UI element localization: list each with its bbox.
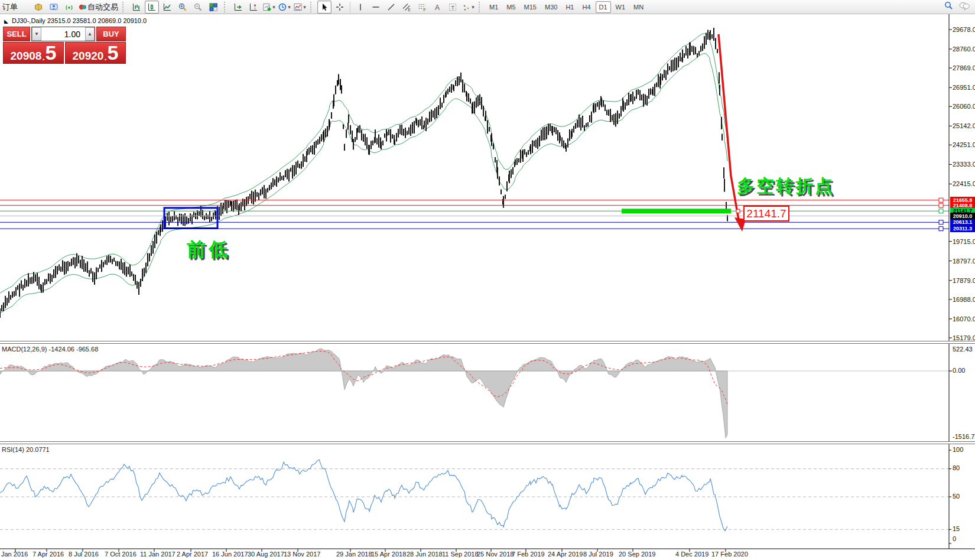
macd-panel-separator[interactable] xyxy=(0,341,975,344)
rsi-axis-label: 100 xyxy=(953,446,963,453)
volume-increase-button[interactable]: ▲ xyxy=(85,27,95,41)
auto-scroll-icon xyxy=(233,2,243,12)
templates-button[interactable]: ▾ xyxy=(292,1,307,14)
timeframe-w1[interactable]: W1 xyxy=(612,1,629,13)
toolbar-separator xyxy=(350,2,350,12)
timeframe-h1[interactable]: H1 xyxy=(562,1,577,13)
toolbar-grip xyxy=(224,2,228,12)
notebook-icon xyxy=(34,2,43,12)
sell-button[interactable]: SELL xyxy=(3,27,30,41)
ohlc-high: 23581.0 xyxy=(73,17,96,24)
trendline-button[interactable] xyxy=(384,1,398,14)
template-icon xyxy=(293,2,303,12)
rsi-panel-separator[interactable] xyxy=(0,441,975,444)
text-label-button[interactable]: T xyxy=(446,1,460,14)
timeframe-m5[interactable]: M5 xyxy=(503,1,519,13)
level-line-handle[interactable] xyxy=(939,220,943,224)
volume-input[interactable]: 1.00 xyxy=(41,27,85,41)
signal-icon xyxy=(64,2,74,12)
date-axis-label: 13 Nov 2017 xyxy=(284,551,320,558)
notebook-button[interactable] xyxy=(31,1,46,14)
buy-price-display[interactable]: 20920.5 xyxy=(65,42,126,64)
vertical-line-icon xyxy=(356,2,365,12)
profile-button[interactable] xyxy=(47,1,61,14)
arrows-button[interactable]: ▾ xyxy=(461,1,475,14)
tile-windows-button[interactable] xyxy=(206,1,220,14)
date-axis-label: 8 Jul 2019 xyxy=(583,551,613,558)
text-button[interactable]: A xyxy=(430,1,444,14)
date-axis-label: 15 Apr 2018 xyxy=(371,551,406,558)
buy-price-big-digit: 5 xyxy=(108,45,119,61)
price-axis-tick-label: 15179.0 xyxy=(953,334,975,341)
dropdown-icon: ▾ xyxy=(472,4,474,10)
autotrading-button[interactable]: 自动交易 xyxy=(77,1,119,14)
sell-price-point: . xyxy=(42,53,44,61)
chart-canvas xyxy=(0,0,975,560)
periodicity-button[interactable]: ▾ xyxy=(277,1,291,14)
level-line-handle[interactable] xyxy=(939,198,943,202)
timeframe-h4[interactable]: H4 xyxy=(578,1,594,13)
chat-icon[interactable] xyxy=(958,1,970,13)
price-axis-tick-label: 29678.0 xyxy=(953,26,975,33)
pivot-highlight-bar[interactable] xyxy=(622,209,731,213)
lower-band xyxy=(0,54,727,314)
bar-chart-button[interactable] xyxy=(129,1,144,14)
macd-panel xyxy=(0,349,949,438)
fibonacci-button[interactable]: F xyxy=(415,1,429,14)
level-line-handle[interactable] xyxy=(939,227,943,231)
macd-axis-label: 0.00 xyxy=(953,367,965,374)
price-axis-tick-label: 26951.0 xyxy=(953,84,975,91)
equidistant-channel-button[interactable]: E xyxy=(399,1,414,14)
crosshair-button[interactable] xyxy=(333,1,347,14)
price-axis-tick-label: 24251.0 xyxy=(953,141,975,148)
zoom-out-button[interactable] xyxy=(191,1,205,14)
signals-button[interactable] xyxy=(62,1,76,14)
date-axis-label: 20 Sep 2019 xyxy=(619,551,655,558)
timeframe-m1[interactable]: M1 xyxy=(486,1,502,13)
candlestick-chart-button[interactable] xyxy=(145,1,159,14)
rsi-value: 20.0771 xyxy=(26,446,50,453)
date-axis-label: 7 Apr 2016 xyxy=(32,551,64,558)
vertical-line-button[interactable] xyxy=(353,1,368,14)
price-axis-tick-label: 22415.0 xyxy=(953,180,975,187)
timeframe-mn[interactable]: MN xyxy=(630,1,647,13)
auto-scroll-button[interactable] xyxy=(231,1,245,14)
svg-text:A: A xyxy=(435,3,440,11)
buy-button[interactable]: BUY xyxy=(96,27,126,41)
macd-name: MACD(12,26,9) xyxy=(2,346,47,353)
svg-text:E: E xyxy=(408,7,411,11)
price-axis-tick-label: 17879.0 xyxy=(953,277,975,284)
toolbar: 新订单 自动交易 xyxy=(0,0,975,14)
search-icon[interactable] xyxy=(944,1,954,13)
timeframe-m15[interactable]: M15 xyxy=(521,1,540,13)
zoom-in-button[interactable] xyxy=(176,1,190,14)
level-line-handle[interactable] xyxy=(939,209,943,213)
current-price-chip: 20910.0 xyxy=(950,213,975,219)
timeframe-m30[interactable]: M30 xyxy=(541,1,561,13)
bar-chart-icon xyxy=(132,2,141,12)
buy-price-point: . xyxy=(104,53,106,61)
toolbar-grip xyxy=(310,2,314,12)
price-axis-tick-label: 26060.0 xyxy=(953,103,975,110)
one-click-trading-panel: SELL ▼ 1.00 ▲ BUY 20908.5 20920.5 xyxy=(3,27,126,64)
horizontal-line-button[interactable] xyxy=(369,1,383,14)
new-order-button[interactable]: 新订单 xyxy=(2,1,30,14)
chart-shift-button[interactable] xyxy=(246,1,261,14)
new-order-label: 新订单 xyxy=(2,2,18,12)
timeframe-d1[interactable]: D1 xyxy=(596,1,611,13)
cursor-icon xyxy=(320,2,329,12)
new-chart-button[interactable]: ▾ xyxy=(262,1,276,14)
rsi-axis-label: 80 xyxy=(953,464,960,471)
cursor-button[interactable] xyxy=(317,1,332,14)
turning-point-annotation: 多空转折点 xyxy=(737,174,834,198)
date-axis-label: 25 Nov 2018 xyxy=(477,551,514,558)
level-line-handle[interactable] xyxy=(939,203,943,207)
line-chart-button[interactable] xyxy=(160,1,174,14)
price-tag-anchor xyxy=(736,209,740,213)
candles xyxy=(0,28,727,318)
buy-price-main: 20920 xyxy=(73,50,104,61)
volume-decrease-button[interactable]: ▼ xyxy=(32,27,41,41)
price-axis-tick-label: 25142.0 xyxy=(953,122,975,129)
channel-icon: E xyxy=(402,2,411,12)
sell-price-display[interactable]: 20908.5 xyxy=(3,42,64,64)
